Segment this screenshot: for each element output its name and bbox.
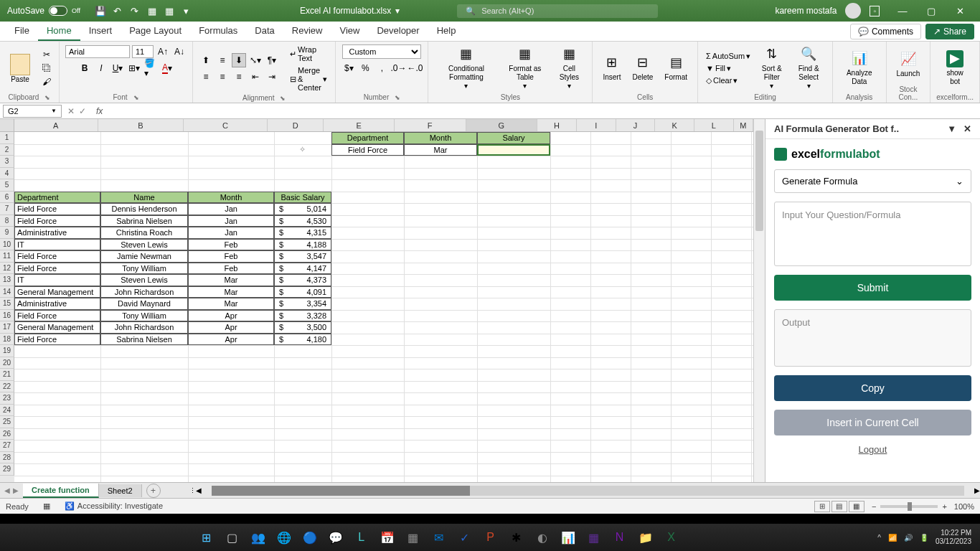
page-layout-button[interactable]: ▤ — [831, 501, 847, 512]
bold-button[interactable]: B — [77, 61, 92, 75]
fx-icon[interactable]: fx — [92, 106, 107, 116]
cell[interactable]: Field Force — [14, 334, 100, 346]
cell[interactable]: Jan — [188, 227, 274, 239]
cell[interactable]: General Management — [14, 286, 100, 298]
cell[interactable]: Christina Roach — [100, 227, 188, 239]
row-header[interactable]: 18 — [0, 334, 14, 346]
autosave-toggle[interactable]: AutoSave Off — [0, 6, 88, 16]
undo-icon[interactable]: ↶ — [112, 5, 123, 17]
chevron-down-icon[interactable]: ▼ — [947, 123, 956, 134]
cell[interactable]: $3,500 — [274, 321, 331, 334]
teams-icon[interactable]: 👥 — [248, 527, 269, 548]
cell[interactable]: Tony William — [100, 310, 188, 322]
cell[interactable]: $4,147 — [274, 263, 331, 275]
cell[interactable]: Mar — [188, 298, 274, 310]
volume-icon[interactable]: 🔊 — [904, 534, 913, 542]
show-bot-button[interactable]: ▶show bot — [936, 49, 974, 88]
battery-icon[interactable]: 🔋 — [920, 534, 928, 542]
font-size-select[interactable] — [132, 45, 154, 58]
row-header[interactable]: 26 — [0, 428, 14, 441]
task-view-icon[interactable]: ▢ — [222, 527, 243, 548]
cell[interactable]: Feb — [188, 250, 274, 263]
question-input[interactable]: Input Your Question/Formula — [774, 202, 971, 266]
row-header[interactable]: 19 — [0, 345, 14, 357]
column-header[interactable]: H — [537, 119, 577, 131]
column-header[interactable]: J — [616, 119, 656, 131]
dialog-launcher-icon[interactable]: ⬊ — [44, 94, 50, 101]
chrome-icon[interactable]: 🔵 — [299, 527, 321, 548]
row-header[interactable]: 16 — [0, 310, 14, 322]
clear-button[interactable]: ◇Clear ▾ — [704, 75, 753, 86]
increase-font-icon[interactable]: A↑ — [156, 44, 170, 59]
sheet-nav-fwd-icon[interactable]: ◀ — [4, 486, 10, 494]
borders-button[interactable]: ⊞▾ — [127, 61, 141, 75]
delete-cells-button[interactable]: ⊟Delete — [628, 53, 657, 83]
increase-indent-icon[interactable]: ⇥ — [265, 70, 279, 84]
cell[interactable]: Apr — [188, 310, 274, 322]
cell[interactable]: $5,014 — [274, 203, 331, 215]
row-header[interactable]: 13 — [0, 274, 14, 286]
zoom-in-icon[interactable]: + — [942, 502, 946, 511]
tab-formulas[interactable]: Formulas — [190, 22, 246, 41]
row-header[interactable]: 8 — [0, 215, 14, 227]
sheet-nav-back-icon[interactable]: ▶ — [13, 486, 19, 494]
cell[interactable]: Administrative — [14, 298, 100, 310]
cell[interactable]: Steven Lewis — [100, 274, 188, 286]
messenger-icon[interactable]: 💬 — [325, 527, 347, 548]
zoom-out-icon[interactable]: − — [872, 502, 876, 511]
edge-icon[interactable]: 🌐 — [273, 527, 295, 548]
cell[interactable]: Feb — [188, 239, 274, 251]
align-middle-icon[interactable]: ≡ — [215, 53, 230, 67]
merge-center-button[interactable]: ⊟Merge & Center ▾ — [288, 65, 329, 93]
macro-icon[interactable]: ▦ — [43, 501, 50, 511]
active-cell[interactable] — [477, 144, 550, 156]
cell[interactable]: Dennis Henderson — [100, 203, 188, 215]
column-header[interactable]: L — [694, 119, 734, 131]
todo-icon[interactable]: ✓ — [454, 527, 476, 548]
ribbon-display-icon[interactable]: ▫ — [870, 6, 880, 17]
cell[interactable]: Jamie Newman — [100, 250, 188, 263]
cell[interactable]: $4,530 — [274, 215, 331, 227]
column-header[interactable]: A — [14, 119, 98, 131]
powerpoint-icon[interactable]: P — [480, 527, 501, 548]
explorer-icon[interactable]: 📁 — [635, 527, 656, 548]
cell[interactable]: Month — [188, 192, 274, 204]
cell[interactable]: IT — [14, 239, 100, 251]
text-direction-icon[interactable]: ¶▾ — [265, 53, 279, 67]
app-icon[interactable]: ▦ — [583, 527, 605, 548]
normal-view-button[interactable]: ⊞ — [814, 501, 830, 512]
row-header[interactable]: 29 — [0, 463, 14, 476]
cell[interactable]: Jan — [188, 203, 274, 215]
comma-icon[interactable]: , — [374, 61, 389, 75]
conditional-formatting-button[interactable]: ▦Conditional Formatting▾ — [434, 44, 498, 92]
zoom-level[interactable]: 100% — [954, 502, 974, 511]
tab-developer[interactable]: Developer — [368, 22, 428, 41]
launch-addin-button[interactable]: 📈Launch — [892, 50, 925, 80]
start-button[interactable]: ⊞ — [196, 527, 217, 548]
vertical-scrollbar[interactable] — [753, 119, 765, 482]
row-header[interactable]: 22 — [0, 381, 14, 393]
copilot-icon[interactable]: ◐ — [532, 527, 553, 548]
cell[interactable]: Feb — [188, 263, 274, 275]
comments-button[interactable]: 💬Comments — [850, 24, 921, 39]
cell[interactable]: Mar — [404, 144, 477, 156]
fill-button[interactable]: ▼Fill ▾ — [704, 63, 753, 74]
cell[interactable]: Salary — [477, 132, 550, 144]
row-header[interactable]: 5 — [0, 179, 14, 192]
cell[interactable]: $4,315 — [274, 227, 331, 239]
cell[interactable]: David Maynard — [100, 298, 188, 310]
currency-icon[interactable]: $▾ — [341, 61, 356, 75]
column-header[interactable]: M — [734, 119, 753, 131]
logout-link[interactable]: Logout — [774, 444, 971, 455]
align-top-icon[interactable]: ⬆ — [199, 53, 213, 67]
cell[interactable]: Month — [404, 132, 477, 144]
cell[interactable]: Department — [14, 192, 100, 204]
row-header[interactable]: 1 — [0, 132, 14, 144]
sheet-tab[interactable]: Sheet2 — [99, 484, 142, 497]
cell[interactable]: Apr — [188, 334, 274, 346]
align-left-icon[interactable]: ≡ — [199, 70, 213, 84]
increase-decimal-icon[interactable]: .0→ — [391, 61, 405, 75]
cell[interactable]: Apr — [188, 321, 274, 334]
row-header[interactable]: 17 — [0, 321, 14, 334]
insert-cells-button[interactable]: ⊞Insert — [598, 53, 625, 83]
